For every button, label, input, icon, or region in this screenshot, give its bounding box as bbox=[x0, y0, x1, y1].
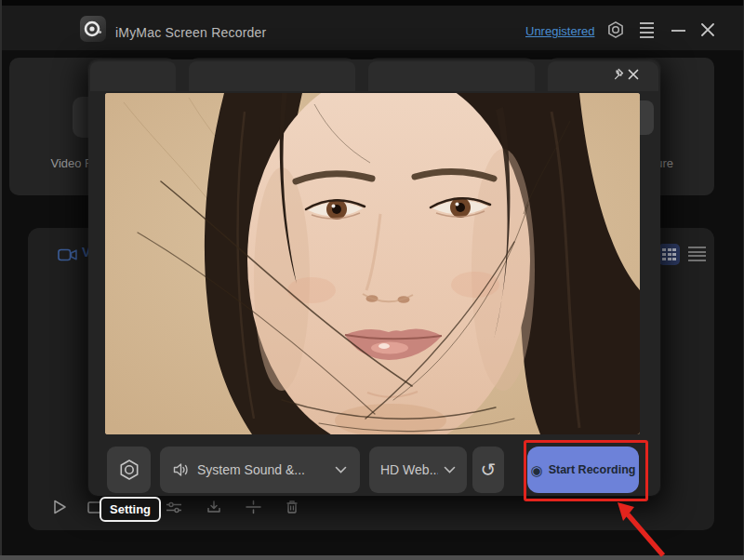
unregistered-link[interactable]: Unregistered bbox=[525, 24, 594, 38]
speaker-icon bbox=[173, 462, 190, 477]
refresh-button[interactable]: ↺ bbox=[472, 447, 504, 493]
app-window: iMyMac Screen Recorder Unregistered Vide… bbox=[0, 0, 744, 560]
chevron-down-icon bbox=[335, 466, 347, 473]
split-button[interactable] bbox=[245, 499, 261, 515]
chevron-down-icon bbox=[444, 466, 456, 473]
sound-source-dropdown[interactable]: System Sound &... bbox=[160, 447, 360, 493]
minimize-button[interactable] bbox=[671, 30, 685, 32]
video-camera-icon bbox=[58, 247, 78, 266]
play-button[interactable] bbox=[51, 499, 68, 515]
close-button[interactable] bbox=[698, 20, 717, 39]
import-button[interactable] bbox=[206, 499, 222, 515]
refresh-icon: ↺ bbox=[481, 459, 497, 481]
sound-dropdown-value: System Sound &... bbox=[197, 462, 329, 477]
header-decoration bbox=[368, 61, 535, 91]
webcam-settings-button[interactable] bbox=[107, 447, 151, 493]
webcam-preview-modal: System Sound &... HD Web... ↺ ◉ Start Re… bbox=[88, 60, 660, 496]
gear-icon bbox=[117, 458, 141, 482]
pin-icon[interactable] bbox=[610, 67, 625, 82]
webcam-preview-image bbox=[105, 93, 640, 434]
titlebar bbox=[2, 6, 743, 50]
header-decoration bbox=[548, 61, 658, 91]
header-decoration bbox=[90, 61, 176, 91]
setting-tooltip: Setting bbox=[100, 497, 161, 522]
grid-view-icon bbox=[662, 248, 676, 261]
app-logo-icon bbox=[80, 16, 106, 42]
grid-view-button[interactable] bbox=[658, 244, 680, 265]
app-title: iMyMac Screen Recorder bbox=[115, 25, 266, 40]
settings-gear-icon[interactable] bbox=[606, 20, 625, 39]
start-recording-button[interactable]: ◉ Start Recording bbox=[527, 447, 639, 493]
modal-close-icon[interactable] bbox=[626, 67, 641, 82]
webcam-device-dropdown[interactable]: HD Web... bbox=[369, 447, 467, 493]
hamburger-menu-icon[interactable] bbox=[637, 20, 656, 39]
list-view-button[interactable] bbox=[688, 247, 706, 261]
record-icon: ◉ bbox=[531, 463, 543, 477]
webcam-dropdown-value: HD Web... bbox=[380, 462, 438, 477]
trash-button[interactable] bbox=[284, 499, 300, 515]
start-recording-label: Start Recording bbox=[549, 463, 636, 476]
window-bottom-edge bbox=[0, 555, 744, 560]
header-decoration bbox=[189, 61, 355, 91]
window-left-edge bbox=[0, 0, 2, 560]
settings-sliders-button[interactable] bbox=[166, 499, 182, 515]
